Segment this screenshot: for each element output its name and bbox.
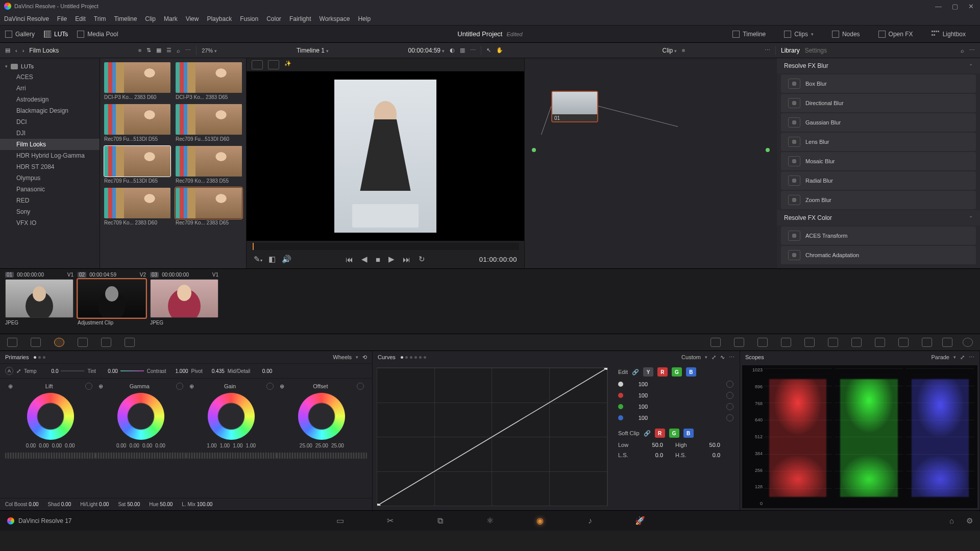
wheel-disk-gain[interactable] <box>208 393 255 440</box>
primaries-reset-icon[interactable]: ⟲ <box>362 354 367 361</box>
node-input[interactable] <box>532 148 536 152</box>
luts-folder-panasonic[interactable]: Panasonic <box>0 184 100 195</box>
page-media[interactable]: ▭ <box>333 515 347 527</box>
curves-mode[interactable]: Custom <box>681 354 701 360</box>
adj-tint[interactable]: Tint0.00 <box>87 368 143 374</box>
wheel-disk-lift[interactable] <box>27 393 74 440</box>
wheel-disk-offset[interactable] <box>298 393 345 440</box>
global-hue[interactable]: Hue 50.00 <box>149 502 178 507</box>
lut-thumb-0[interactable]: DCI-P3 Ko... 2383 D60 <box>104 62 170 100</box>
wheel-picker-gain[interactable]: ⊕ <box>189 383 194 390</box>
wheel-jog-gamma[interactable] <box>95 453 186 459</box>
curves-ch-g[interactable]: G <box>672 367 682 377</box>
wheel-picker-offset[interactable]: ⊕ <box>280 383 284 390</box>
palette-info[interactable] <box>963 338 973 347</box>
palette-tracker[interactable] <box>804 338 815 347</box>
palette-warper[interactable] <box>734 338 744 347</box>
wheel-reset-offset[interactable] <box>357 383 364 390</box>
clip-02[interactable]: 0200:00:04:59V2Adjustment Clip <box>78 272 146 331</box>
luts-folder-red[interactable]: RED <box>0 195 100 206</box>
primaries-mode[interactable]: Wheels <box>333 354 352 360</box>
menu-timeline[interactable]: Timeline <box>114 15 137 22</box>
menu-workspace[interactable]: Workspace <box>320 15 350 22</box>
pointer-tool[interactable]: ↖ <box>486 47 491 54</box>
maximize-button[interactable]: ▢ <box>950 3 960 10</box>
nodes-button[interactable]: Nodes <box>832 31 860 38</box>
page-fusion[interactable]: ⚛ <box>483 515 497 527</box>
menu-fairlight[interactable]: Fairlight <box>289 15 311 22</box>
pick-white-icon[interactable]: ⤢ <box>16 368 21 374</box>
menu-view[interactable]: View <box>186 15 199 22</box>
fx-zoom-blur[interactable]: Zoom Blur <box>781 191 976 209</box>
softclip-g[interactable]: G <box>669 429 679 438</box>
lut-thumb-1[interactable]: DCI-P3 Ko... 2383 D65 <box>176 62 242 100</box>
luts-folder-hdr-st-2084[interactable]: HDR ST 2084 <box>0 161 100 172</box>
luts-folder-aces[interactable]: ACES <box>0 71 100 83</box>
menu-clip[interactable]: Clip <box>145 15 156 22</box>
mediapool-button[interactable]: Media Pool <box>77 31 118 38</box>
viewer-scrubber[interactable] <box>252 243 519 250</box>
split-icon[interactable]: ▥ <box>460 47 465 54</box>
palette-rgb-mixer[interactable] <box>101 338 111 347</box>
node-output[interactable] <box>766 148 770 152</box>
adj-pivot[interactable]: Pivot0.435 <box>191 368 225 374</box>
curves-y-reset[interactable] <box>726 381 733 388</box>
scopes-expand-icon[interactable]: ⤢ <box>960 354 965 361</box>
luts-folder-olympus[interactable]: Olympus <box>0 172 100 184</box>
fx-radial-blur[interactable]: Radial Blur <box>781 171 976 190</box>
clip-01[interactable]: 0100:00:00:00V1JPEG <box>5 272 74 331</box>
fx-gaussian-blur[interactable]: Gaussian Blur <box>781 113 976 132</box>
fx-category-blur[interactable]: Resolve FX Blur⌃ <box>777 58 980 73</box>
curves-g-reset[interactable] <box>726 403 733 410</box>
global-hilight[interactable]: Hi/Light 0.00 <box>80 502 114 507</box>
timeline-selector[interactable]: Timeline 1▾ <box>297 47 329 54</box>
luts-folder-hdr-hybrid-log-gamma[interactable]: HDR Hybrid Log-Gamma <box>0 150 100 161</box>
fx-box-blur[interactable]: Box Blur <box>781 74 976 93</box>
palette-motion[interactable] <box>125 338 135 347</box>
lut-thumb-6[interactable]: Rec709 Ko... 2383 D60 <box>104 188 170 226</box>
lut-thumb-2[interactable]: Rec709 Fu...513DI D55 <box>104 104 170 142</box>
palette-hdr[interactable] <box>78 338 88 347</box>
search-icon[interactable]: ⌕ <box>177 47 180 54</box>
mute-icon[interactable]: 🔊 <box>282 255 291 264</box>
global-sat[interactable]: Sat 50.00 <box>118 502 145 507</box>
first-frame-button[interactable]: ⏮ <box>346 255 353 264</box>
menu-mark[interactable]: Mark <box>164 15 178 22</box>
scopes-mode[interactable]: Parade <box>932 354 949 360</box>
palette-window[interactable] <box>781 338 791 347</box>
loop-button[interactable]: ↻ <box>419 255 425 264</box>
clip-03[interactable]: 0300:00:00:00V1JPEG <box>150 272 218 331</box>
curves-graph[interactable] <box>377 367 608 506</box>
menu-help[interactable]: Help <box>358 15 371 22</box>
bypass-icon[interactable]: ◐ <box>450 47 455 54</box>
menu-davinci-resolve[interactable]: DaVinci Resolve <box>4 15 49 22</box>
corrector-node-01[interactable]: 01 <box>551 91 598 122</box>
lut-thumb-7[interactable]: Rec709 Ko... 2383 D65 <box>176 188 242 226</box>
settings-tab[interactable]: Settings <box>805 47 827 54</box>
curves-expand-icon[interactable]: ⤢ <box>712 354 716 361</box>
viewer-options-icon[interactable]: ⋯ <box>470 47 476 54</box>
adj-temp[interactable]: Temp0.0 <box>24 368 84 374</box>
fx-mosaic-blur[interactable]: Mosaic Blur <box>781 152 976 170</box>
close-button[interactable]: ✕ <box>966 3 976 10</box>
palette-primaries[interactable] <box>54 338 64 347</box>
fx-category-color[interactable]: Resolve FX Color⌃ <box>777 210 980 226</box>
fx-aces-transform[interactable]: ACES Transform <box>781 227 976 245</box>
node-clip-selector[interactable]: Clip▾ <box>663 47 677 54</box>
palette-qualifier[interactable] <box>757 338 768 347</box>
viewer-magic-button[interactable]: ✨ <box>284 60 296 69</box>
viewer-canvas[interactable] <box>247 71 524 241</box>
viewer-overlay-button-2[interactable] <box>268 60 279 69</box>
viewer-zoom[interactable]: 27%▾ <box>202 47 217 54</box>
play-button[interactable]: ▶ <box>388 255 395 264</box>
menu-fusion[interactable]: Fusion <box>240 15 258 22</box>
curves-ch-b[interactable]: B <box>686 367 696 377</box>
luts-folder-blackmagic-design[interactable]: Blackmagic Design <box>0 105 100 116</box>
menu-color[interactable]: Color <box>266 15 281 22</box>
curves-ch-r[interactable]: R <box>657 367 668 377</box>
luts-folder-astrodesign[interactable]: Astrodesign <box>0 94 100 105</box>
palette-key[interactable] <box>875 338 885 347</box>
nav-fwd-button[interactable]: › <box>22 47 24 54</box>
curves-b-reset[interactable] <box>726 414 733 421</box>
palette-sizing[interactable] <box>898 338 909 347</box>
